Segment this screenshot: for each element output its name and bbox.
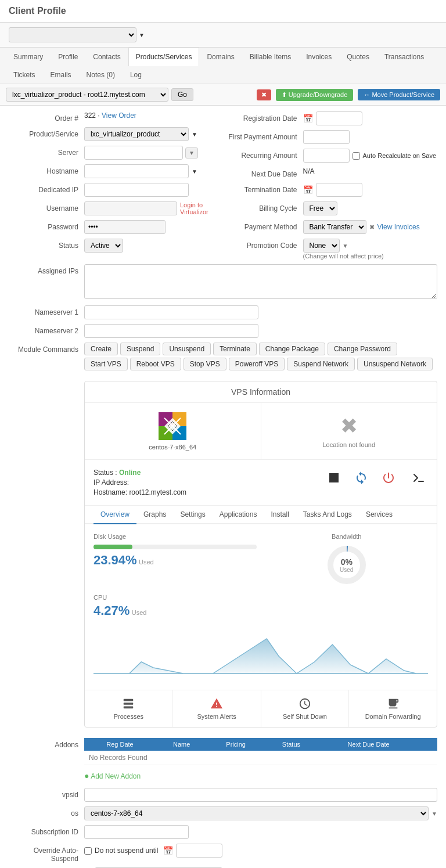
vps-tab-graphs[interactable]: Graphs (136, 506, 173, 524)
termination-date-row: Termination Date 📅 (228, 183, 438, 197)
assigned-ips-row: Assigned IPs (9, 264, 437, 301)
cancel-product-button[interactable]: ✖ (257, 89, 271, 100)
assigned-ips-field (84, 264, 437, 301)
vps-stop-icon[interactable] (325, 469, 343, 487)
payment-method-select[interactable]: Bank Transfer (303, 220, 366, 234)
view-invoices-link[interactable]: View Invoices (377, 223, 420, 231)
hostname-input[interactable]: root12.mytest.com (84, 164, 189, 178)
disk-usage-bar-wrap (93, 545, 257, 549)
tab-contacts[interactable]: Contacts (85, 48, 128, 66)
vps-bottom-icons: Processes System Alerts Se (85, 690, 437, 727)
tab-domains[interactable]: Domains (199, 48, 242, 66)
product-select[interactable]: lxc_virtualizor_product - root12.mytest.… (6, 88, 168, 102)
tab-invoices[interactable]: Invoices (298, 48, 339, 66)
self-shutdown-svg (298, 697, 311, 710)
addons-label: Addons (9, 738, 84, 749)
assigned-ips-textarea[interactable] (84, 264, 437, 299)
cmd-poweroff-vps[interactable]: Poweroff VPS (229, 358, 285, 370)
upgrade-downgrade-button[interactable]: ⬆ Upgrade/Downgrade (276, 89, 354, 101)
move-product-button[interactable]: ↔ Move Product/Service (358, 89, 440, 100)
addons-no-records: No Records Found (84, 751, 437, 765)
vps-restart-icon[interactable] (352, 469, 371, 487)
do-not-suspend-date[interactable] (176, 844, 222, 858)
subscription-id-input[interactable] (84, 825, 189, 839)
main-content: Order # 322 · View Order Product/Service… (0, 106, 446, 868)
tab-products-services[interactable]: Products/Services (128, 48, 200, 66)
cmd-terminate[interactable]: Terminate (213, 343, 257, 355)
tab-quotes[interactable]: Quotes (339, 48, 377, 66)
cmd-start-vps[interactable]: Start VPS (84, 358, 128, 370)
view-order-link[interactable]: View Order (102, 111, 136, 120)
module-commands-field: Create Suspend Unsuspend Terminate Chang… (84, 343, 437, 370)
vps-power-icon[interactable] (379, 469, 398, 487)
vps-system-alerts-icon[interactable]: System Alerts (173, 690, 261, 727)
location-not-found-icon: ✖ (340, 414, 358, 438)
svg-rect-18 (124, 707, 134, 709)
vps-location: Location not found (322, 441, 375, 448)
server-arrow-btn[interactable]: ▼ (185, 147, 198, 159)
vps-processes-icon[interactable]: Processes (85, 690, 173, 727)
tab-log[interactable]: Log (123, 66, 149, 84)
vps-tab-tasks-logs[interactable]: Tasks And Logs (296, 506, 359, 524)
username-input[interactable] (84, 201, 177, 215)
cmd-suspend[interactable]: Suspend (120, 343, 160, 355)
override-auto-suspend-checkbox[interactable] (84, 847, 92, 855)
tab-notes[interactable]: Notes (0) (79, 66, 123, 84)
recurring-amount-label: Recurring Amount (228, 149, 303, 160)
disk-usage-title: Disk Usage (93, 533, 257, 540)
nameserver2-input[interactable]: ns2.mytest.com (84, 324, 258, 338)
first-payment-field: 0.00 (303, 130, 438, 144)
auto-recalc-checkbox[interactable] (353, 152, 360, 160)
disk-usage-used-label: Used (139, 559, 154, 566)
vps-tab-overview[interactable]: Overview (93, 506, 136, 524)
vps-tab-applications[interactable]: Applications (213, 506, 264, 524)
promo-code-select[interactable]: None (303, 239, 340, 253)
vps-tab-install[interactable]: Install (264, 506, 296, 524)
form-left-col: Order # 322 · View Order Product/Service… (9, 111, 219, 264)
server-row: Server lxc.nuftp.com(virtualizor) ▼ (9, 146, 219, 160)
cmd-create[interactable]: Create (84, 343, 118, 355)
dedicated-ip-input[interactable] (84, 183, 189, 197)
password-input[interactable] (84, 220, 166, 234)
cpu-chart-svg (93, 627, 428, 679)
server-input[interactable]: lxc.nuftp.com(virtualizor) (84, 146, 183, 160)
cmd-change-package[interactable]: Change Package (259, 343, 325, 355)
cpu-value-row: 4.27% Used (93, 603, 428, 618)
recurring-amount-input[interactable]: 0.00 (303, 149, 350, 163)
go-button[interactable]: Go (171, 88, 193, 101)
billing-cycle-select[interactable]: Free (303, 201, 337, 215)
vps-domain-forwarding-icon[interactable]: Domain Forwarding (349, 690, 437, 727)
disk-usage-pct: 23.94% (93, 553, 137, 567)
first-payment-input[interactable]: 0.00 (303, 130, 350, 144)
cmd-reboot-vps[interactable]: Reboot VPS (130, 358, 181, 370)
processes-label: Processes (114, 713, 143, 720)
vpsid-input[interactable]: 363 (84, 788, 437, 802)
hostname-row: Hostname root12.mytest.com ▼ (9, 164, 219, 178)
status-select[interactable]: Active (84, 239, 123, 253)
tab-profile[interactable]: Profile (51, 48, 85, 66)
cmd-suspend-network[interactable]: Suspend Network (287, 358, 355, 370)
login-to-virtualizor-link[interactable]: Login to Virtualizor (180, 201, 219, 215)
svg-rect-17 (124, 703, 134, 705)
termination-date-input[interactable] (316, 183, 362, 197)
vps-tab-settings[interactable]: Settings (173, 506, 212, 524)
vps-tab-services[interactable]: Services (359, 506, 400, 524)
cmd-unsuspend[interactable]: Unsuspend (163, 343, 211, 355)
nameserver1-input[interactable]: ns1.mytest.com (84, 305, 258, 319)
product-service-select[interactable]: lxc_virtualizor_product (84, 127, 189, 141)
os-select[interactable]: centos-7-x86_64 (84, 806, 429, 820)
vps-self-shutdown-icon[interactable]: Self Shut Down (261, 690, 350, 727)
cmd-stop-vps[interactable]: Stop VPS (184, 358, 226, 370)
tab-summary[interactable]: Summary (6, 48, 51, 66)
tab-transactions[interactable]: Transactions (377, 48, 431, 66)
tab-billable-items[interactable]: Billable Items (242, 48, 298, 66)
tab-tickets[interactable]: Tickets (6, 66, 43, 84)
dedicated-ip-label: Dedicated IP (9, 183, 84, 194)
cmd-unsuspend-network[interactable]: Unsuspend Network (357, 358, 433, 370)
reg-date-input[interactable]: 05/21/2020 (316, 111, 362, 125)
vps-terminal-icon[interactable] (409, 469, 428, 487)
cmd-change-password[interactable]: Change Password (328, 343, 397, 355)
tab-emails[interactable]: Emails (43, 66, 79, 84)
client-select[interactable] (9, 27, 136, 42)
vpsid-row: vpsid 363 (9, 788, 437, 802)
